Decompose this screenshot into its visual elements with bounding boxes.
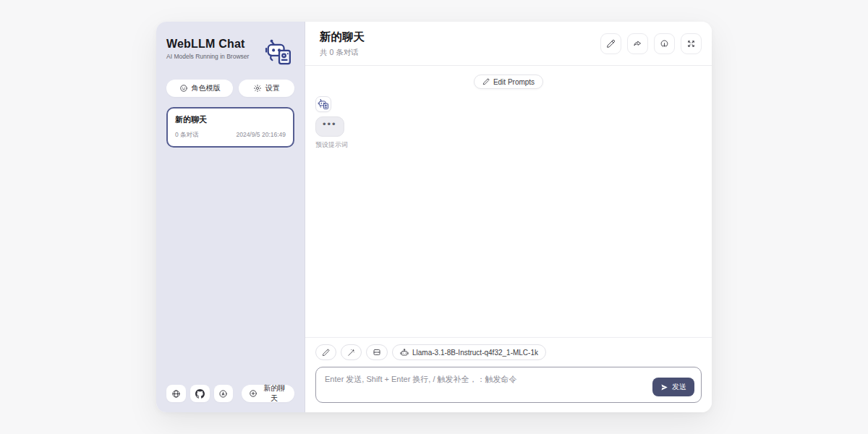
shortcut-prompts-button[interactable] bbox=[341, 344, 362, 360]
website-button[interactable] bbox=[166, 385, 186, 402]
assistant-avatar bbox=[315, 96, 331, 112]
message-input-box: 发送 bbox=[315, 367, 702, 403]
message-input[interactable] bbox=[325, 374, 621, 396]
download-button[interactable] bbox=[654, 33, 675, 54]
rename-chat-button[interactable] bbox=[600, 33, 621, 54]
github-button[interactable] bbox=[190, 385, 210, 402]
chat-item-count: 0 条对话 bbox=[175, 131, 199, 140]
chat-list: 新的聊天 0 条对话 2024/9/5 20:16:49 bbox=[166, 107, 294, 148]
chat-panel: 新的聊天 共 0 条对话 bbox=[305, 22, 712, 412]
chat-header-titles: 新的聊天 共 0 条对话 bbox=[320, 30, 365, 58]
mask-icon bbox=[179, 84, 188, 93]
chat-subtitle: 共 0 条对话 bbox=[320, 48, 365, 58]
robot-logo-icon bbox=[264, 38, 294, 67]
chat-item-timestamp: 2024/9/5 20:16:49 bbox=[236, 131, 286, 140]
chat-item-title: 新的聊天 bbox=[175, 114, 286, 125]
assistant-message: ••• 预设提示词 bbox=[315, 96, 702, 150]
fullscreen-icon bbox=[686, 39, 696, 48]
typing-indicator-bubble: ••• bbox=[315, 116, 344, 137]
auto-theme-button[interactable] bbox=[214, 385, 234, 402]
sidebar-header: WebLLM Chat AI Models Running in Browser bbox=[166, 38, 294, 67]
character-templates-button[interactable]: 角色模版 bbox=[166, 80, 233, 97]
input-toolbar: Llama-3.1-8B-Instruct-q4f32_1-MLC-1k bbox=[315, 344, 702, 360]
send-label: 发送 bbox=[672, 382, 686, 392]
clear-context-button[interactable] bbox=[366, 344, 388, 360]
robot-icon bbox=[400, 348, 409, 357]
gear-icon bbox=[253, 84, 262, 93]
github-icon bbox=[195, 389, 205, 399]
model-selector-button[interactable]: Llama-3.1-8B-Instruct-q4f32_1-MLC-1k bbox=[392, 344, 546, 360]
pencil-icon bbox=[482, 78, 490, 85]
edit-prompts-label: Edit Prompts bbox=[493, 78, 535, 86]
model-selector-label: Llama-3.1-8B-Instruct-q4f32_1-MLC-1k bbox=[412, 349, 538, 357]
settings-label: 设置 bbox=[265, 83, 280, 93]
new-chat-button[interactable]: 新的聊天 bbox=[242, 385, 294, 402]
fullscreen-button[interactable] bbox=[681, 33, 702, 54]
globe-icon bbox=[171, 389, 181, 399]
share-button[interactable] bbox=[627, 33, 648, 54]
sidebar-actions: 角色模版 设置 bbox=[166, 80, 294, 97]
plus-circle-icon bbox=[249, 389, 258, 398]
app-title-block: WebLLM Chat AI Models Running in Browser bbox=[166, 38, 249, 60]
sidebar: WebLLM Chat AI Models Running in Browser bbox=[156, 22, 305, 412]
typing-dots: ••• bbox=[323, 119, 337, 129]
send-button[interactable]: 发送 bbox=[652, 378, 694, 396]
chat-title[interactable]: 新的聊天 bbox=[320, 30, 365, 45]
chat-list-item-selected[interactable]: 新的聊天 0 条对话 2024/9/5 20:16:49 bbox=[166, 107, 294, 148]
auto-theme-icon bbox=[218, 389, 228, 399]
paper-plane-icon bbox=[660, 383, 668, 391]
chat-body: Edit Prompts ••• 预设提示词 bbox=[305, 66, 712, 337]
share-icon bbox=[633, 39, 642, 48]
pencil-icon bbox=[606, 39, 616, 48]
download-icon bbox=[660, 39, 669, 48]
chat-input-panel: Llama-3.1-8B-Instruct-q4f32_1-MLC-1k 发送 bbox=[305, 337, 712, 412]
app-title: WebLLM Chat bbox=[166, 38, 249, 51]
chat-header-actions bbox=[600, 33, 702, 54]
prompt-edit-button[interactable] bbox=[315, 344, 336, 360]
settings-button[interactable]: 设置 bbox=[239, 80, 294, 97]
app-subtitle: AI Models Running in Browser bbox=[166, 53, 249, 60]
chat-item-info: 0 条对话 2024/9/5 20:16:49 bbox=[175, 131, 286, 140]
clear-context-icon bbox=[373, 348, 381, 357]
preset-prompt-hint: 预设提示词 bbox=[315, 140, 702, 150]
pencil-icon bbox=[322, 349, 330, 357]
new-chat-label: 新的聊天 bbox=[261, 383, 287, 404]
webllm-chat-window: WebLLM Chat AI Models Running in Browser bbox=[156, 22, 712, 412]
chat-header: 新的聊天 共 0 条对话 bbox=[305, 22, 712, 66]
edit-prompts-button[interactable]: Edit Prompts bbox=[474, 75, 543, 89]
character-templates-label: 角色模版 bbox=[192, 83, 221, 93]
magic-wand-icon bbox=[347, 349, 355, 357]
sidebar-footer: 新的聊天 bbox=[166, 385, 294, 402]
